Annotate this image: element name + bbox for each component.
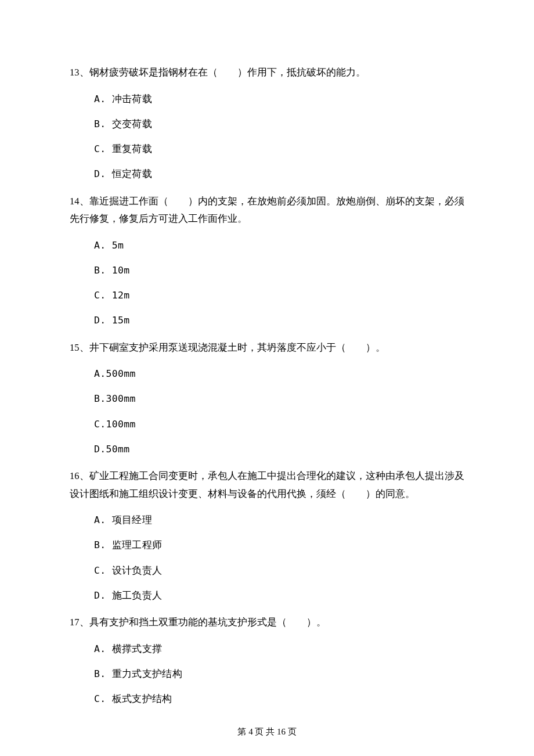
option-d: D. 施工负责人 xyxy=(94,589,464,603)
option-a: A. 冲击荷载 xyxy=(94,92,464,107)
question-stem: 14、靠近掘进工作面（ ）内的支架，在放炮前必须加固。放炮崩倒、崩坏的支架，必须… xyxy=(70,193,464,228)
question-16: 16、矿业工程施工合同变更时，承包人在施工中提出合理化的建议，这种由承包人提出涉… xyxy=(70,467,464,603)
option-c: C. 设计负责人 xyxy=(94,564,464,578)
option-d: D. 15m xyxy=(94,314,464,328)
option-a: A. 5m xyxy=(94,239,464,253)
option-c: C. 重复荷载 xyxy=(94,142,464,157)
question-stem: 16、矿业工程施工合同变更时，承包人在施工中提出合理化的建议，这种由承包人提出涉… xyxy=(70,467,464,503)
question-stem: 15、井下硐室支护采用泵送现浇混凝土时，其坍落度不应小于（ ）。 xyxy=(70,339,464,357)
question-13: 13、钢材疲劳破坏是指钢材在在（ ）作用下，抵抗破坏的能力。 A. 冲击荷载 B… xyxy=(70,64,464,182)
options-list: A. 冲击荷载 B. 交变荷载 C. 重复荷载 D. 恒定荷载 xyxy=(70,92,464,182)
question-stem: 17、具有支护和挡土双重功能的基坑支护形式是（ ）。 xyxy=(70,614,464,632)
option-b: B. 10m xyxy=(94,264,464,278)
question-17: 17、具有支护和挡土双重功能的基坑支护形式是（ ）。 A. 横撑式支撑 B. 重… xyxy=(70,614,464,707)
question-stem: 13、钢材疲劳破坏是指钢材在在（ ）作用下，抵抗破坏的能力。 xyxy=(70,64,464,82)
option-b: B. 重力式支护结构 xyxy=(94,667,464,682)
option-d: D.50mm xyxy=(94,442,464,457)
page-content: 13、钢材疲劳破坏是指钢材在在（ ）作用下，抵抗破坏的能力。 A. 冲击荷载 B… xyxy=(0,0,534,707)
option-a: A. 横撑式支撑 xyxy=(94,642,464,657)
option-b: B. 监理工程师 xyxy=(94,538,464,553)
option-d: D. 恒定荷载 xyxy=(94,167,464,182)
page-footer: 第 4 页 共 16 页 xyxy=(0,725,534,739)
option-a: A.500mm xyxy=(94,367,464,381)
option-c: C. 12m xyxy=(94,289,464,303)
options-list: A. 横撑式支撑 B. 重力式支护结构 C. 板式支护结构 xyxy=(70,642,464,707)
options-list: A.500mm B.300mm C.100mm D.50mm xyxy=(70,367,464,457)
question-14: 14、靠近掘进工作面（ ）内的支架，在放炮前必须加固。放炮崩倒、崩坏的支架，必须… xyxy=(70,193,464,329)
options-list: A. 5m B. 10m C. 12m D. 15m xyxy=(70,239,464,329)
options-list: A. 项目经理 B. 监理工程师 C. 设计负责人 D. 施工负责人 xyxy=(70,513,464,603)
option-b: B. 交变荷载 xyxy=(94,117,464,132)
question-15: 15、井下硐室支护采用泵送现浇混凝土时，其坍落度不应小于（ ）。 A.500mm… xyxy=(70,339,464,457)
option-c: C.100mm xyxy=(94,417,464,432)
option-b: B.300mm xyxy=(94,392,464,406)
option-a: A. 项目经理 xyxy=(94,513,464,528)
option-c: C. 板式支护结构 xyxy=(94,692,464,707)
